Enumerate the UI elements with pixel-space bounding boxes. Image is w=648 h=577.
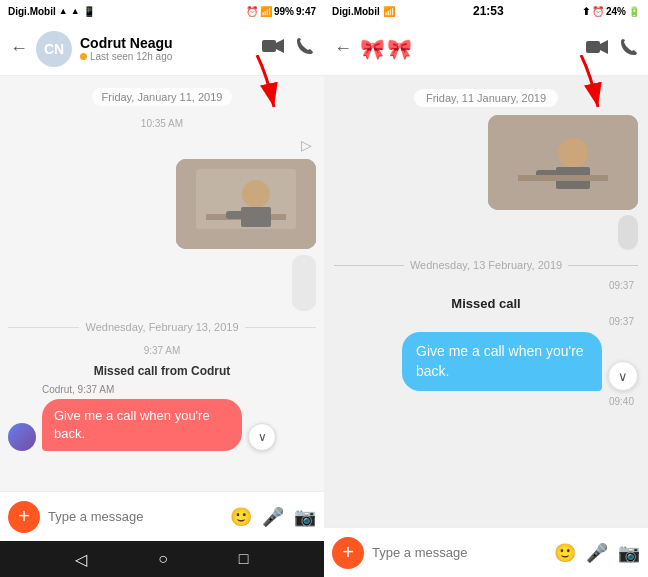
missed-call-right: Missed call <box>334 296 638 311</box>
send-icon: ▷ <box>301 137 312 153</box>
nav-recent[interactable]: □ <box>239 550 249 568</box>
input-area-right: + 🙂 🎤 📷 <box>324 527 648 577</box>
right-status-right: ⬆ ⏰ 24% 🔋 <box>582 6 640 17</box>
contact-name-left: Codrut Neagu <box>80 35 254 51</box>
plus-button-right[interactable]: + <box>332 537 364 569</box>
left-phone: Digi.Mobil ▲ ▲ 📱 ⏰ 📶 99% 9:47 ← CN Codru… <box>0 0 324 577</box>
emoji-button-right[interactable]: 🙂 <box>554 542 576 564</box>
divider-feb: Wednesday, February 13, 2019 <box>8 321 316 333</box>
header-icons-left <box>262 37 314 60</box>
wifi-icon: 📶 <box>260 6 272 17</box>
carrier-left: Digi.Mobil <box>8 6 56 17</box>
time-0937b-right: 09:37 <box>334 316 634 327</box>
bottom-nav: ◁ ○ □ <box>0 541 324 577</box>
status-bar-right: Digi.Mobil 📶 21:53 ⬆ ⏰ 24% 🔋 <box>324 0 648 22</box>
time-937: 9:37 AM <box>144 345 181 356</box>
left-carrier-group: Digi.Mobil ▲ ▲ 📱 <box>8 6 95 17</box>
phone-call-button-right[interactable] <box>620 38 638 60</box>
battery-right: 24% <box>606 6 626 17</box>
time-0937-right: 09:37 <box>334 280 634 291</box>
sender-avatar-left <box>8 423 36 451</box>
back-button-right[interactable]: ← <box>334 38 352 59</box>
svg-rect-9 <box>176 159 316 249</box>
scroll-down-left[interactable]: ∨ <box>248 423 276 451</box>
sent-row-right: Give me a call when you're back. ∨ <box>334 332 638 391</box>
status-dot-left <box>80 53 87 60</box>
chat-area-right: Friday, 11 January, 2019 <box>324 76 648 527</box>
carrier-right: Digi.Mobil <box>332 6 380 17</box>
header-icons-right <box>586 38 638 60</box>
image-message-right <box>488 115 638 210</box>
date-wrapper-right: Friday, 11 January, 2019 <box>334 88 638 106</box>
missed-call-left: Missed call from Codrut <box>8 364 316 378</box>
time-right-center: 21:53 <box>473 4 504 18</box>
back-button-left[interactable]: ← <box>10 38 28 59</box>
input-icons-left: 🙂 🎤 📷 <box>230 506 316 528</box>
contact-info-left: Codrut Neagu Last seen 12h ago <box>80 35 254 62</box>
input-area-left: + 🙂 🎤 📷 <box>0 491 324 541</box>
alarm-icon-right: ⏰ <box>592 6 604 17</box>
message-input-right[interactable] <box>372 545 546 560</box>
contact-avatar-left: CN <box>36 31 72 67</box>
svg-marker-1 <box>276 39 284 53</box>
nav-home[interactable]: ○ <box>158 550 168 568</box>
image-inner-right <box>488 115 638 210</box>
emoji2: 🎀 <box>387 37 412 61</box>
video-call-button-left[interactable] <box>262 38 284 59</box>
received-bubble-left: Give me a call when you're back. <box>42 399 242 451</box>
alarm-icon: ⏰ <box>246 6 258 17</box>
time-1035: 10:35 AM <box>141 118 183 129</box>
video-call-button-right[interactable] <box>586 39 608 59</box>
blurred-text-right <box>618 215 638 250</box>
message-input-left[interactable] <box>48 509 222 524</box>
camera-button-right[interactable]: 📷 <box>618 542 640 564</box>
svg-marker-12 <box>600 40 608 54</box>
battery-outline-icon: 🔋 <box>628 6 640 17</box>
nav-back[interactable]: ◁ <box>75 550 87 569</box>
signal-icon2-left: ▲ <box>71 6 80 16</box>
battery-left: 99% <box>274 6 294 17</box>
signal-icon-left: ▲ <box>59 6 68 16</box>
received-message-row: Codrut, 9:37 AM Give me a call when you'… <box>8 384 316 451</box>
right-carrier-group: Digi.Mobil 📶 <box>332 6 395 17</box>
image-message-left <box>176 159 316 249</box>
emoji-avatar-right: 🎀 🎀 <box>360 37 412 61</box>
emoji-button-left[interactable]: 🙂 <box>230 506 252 528</box>
camera-button-left[interactable]: 📷 <box>294 506 316 528</box>
date-label-right: Friday, 11 January, 2019 <box>414 89 558 107</box>
sent-bubble-right: Give me a call when you're back. <box>402 332 602 391</box>
chat-area-left: Friday, January 11, 2019 10:35 AM ▷ <box>0 76 324 491</box>
chat-header-left: ← CN Codrut Neagu Last seen 12h ago <box>0 22 324 76</box>
location-icon: ⬆ <box>582 6 590 17</box>
time-left: 9:47 <box>296 6 316 17</box>
divider-feb-right: Wednesday, 13 February, 2019 <box>334 259 638 271</box>
status-bar-left: Digi.Mobil ▲ ▲ 📱 ⏰ 📶 99% 9:47 <box>0 0 324 22</box>
plus-button-left[interactable]: + <box>8 501 40 533</box>
time-0940-right: 09:40 <box>334 396 634 407</box>
wifi-icon-right: 📶 <box>383 6 395 17</box>
chat-header-right: ← 🎀 🎀 <box>324 22 648 76</box>
input-icons-right: 🙂 🎤 📷 <box>554 542 640 564</box>
date-label-jan: Friday, January 11, 2019 <box>92 88 233 106</box>
right-phone: Digi.Mobil 📶 21:53 ⬆ ⏰ 24% 🔋 ← 🎀 🎀 <box>324 0 648 577</box>
phone-call-button-left[interactable] <box>296 37 314 60</box>
mic-button-left[interactable]: 🎤 <box>262 506 284 528</box>
svg-rect-0 <box>262 40 276 52</box>
image-inner <box>176 159 316 249</box>
contact-status-left: Last seen 12h ago <box>80 51 254 62</box>
blurred-text-left <box>292 255 316 311</box>
scroll-down-right[interactable]: ∨ <box>608 361 638 391</box>
sender-name-left: Codrut, 9:37 AM <box>42 384 242 395</box>
mic-button-right[interactable]: 🎤 <box>586 542 608 564</box>
whatsapp-icon: 📱 <box>83 6 95 17</box>
svg-rect-11 <box>586 41 600 53</box>
svg-rect-19 <box>488 115 638 210</box>
left-status-right: ⏰ 📶 99% 9:47 <box>246 6 316 17</box>
emoji1: 🎀 <box>360 37 385 61</box>
